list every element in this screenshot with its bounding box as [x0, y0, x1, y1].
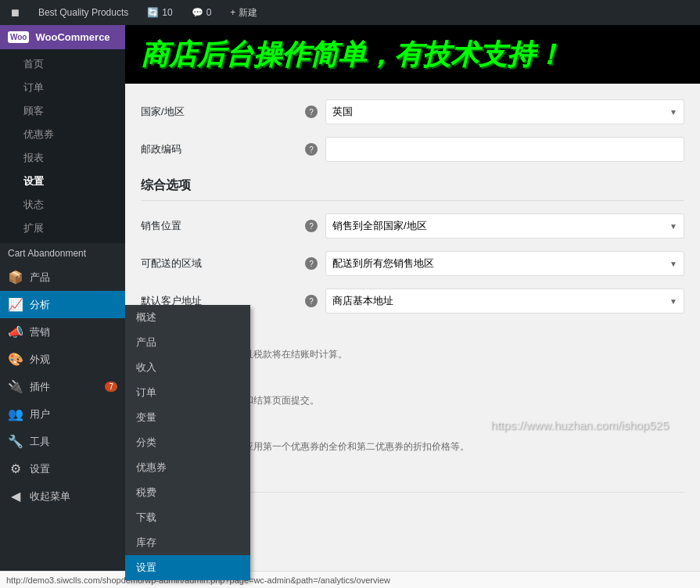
- site-name-button[interactable]: Best Quality Products: [34, 0, 133, 25]
- sidebar-item-orders[interactable]: 订单: [0, 76, 125, 99]
- comments-button[interactable]: 💬 0: [187, 0, 217, 25]
- flyout-item-taxes[interactable]: 税费: [125, 480, 250, 505]
- status-bar: http://demo3.siwclls.com/shopdemo/wp-adm…: [0, 571, 700, 588]
- wp-logo-button[interactable]: ■: [6, 0, 24, 25]
- sidebar-item-tools[interactable]: 🔧 工具: [0, 428, 125, 455]
- tools-label: 工具: [30, 435, 50, 449]
- sales-location-row: 销售位置 ? 销售到全部国家/地区 ▼: [141, 213, 684, 238]
- general-options-title: 综合选项: [141, 177, 684, 201]
- sidebar-item-admin-settings[interactable]: ⚙ 设置: [0, 455, 125, 482]
- flyout-item-orders[interactable]: 订单: [125, 380, 250, 405]
- promo-text: 商店后台操作简单，有技术支持！: [141, 39, 563, 70]
- sidebar-item-customers[interactable]: 顾客: [0, 99, 125, 123]
- sidebar-item-reports[interactable]: 报表: [0, 146, 125, 170]
- country-row: 国家/地区 ? 英国 ▼: [141, 99, 684, 124]
- woocommerce-label: WooCommerce: [35, 31, 109, 43]
- updates-count: 10: [162, 7, 172, 18]
- country-help-icon[interactable]: ?: [305, 106, 318, 118]
- default-address-value: 商店基本地址: [332, 294, 393, 308]
- sales-location-help-icon[interactable]: ?: [305, 220, 318, 232]
- collapse-label: 收起菜单: [30, 489, 70, 504]
- woocommerce-brand[interactable]: Woo WooCommerce: [0, 25, 125, 49]
- sidebar-item-home[interactable]: 首页: [0, 52, 125, 76]
- marketing-label: 营销: [30, 325, 50, 339]
- comments-icon: 💬: [192, 7, 203, 18]
- flyout-item-variations[interactable]: 变量: [125, 405, 250, 430]
- default-address-arrow: ▼: [669, 297, 677, 306]
- plugins-icon: 🔌: [8, 379, 23, 394]
- default-address-help-icon[interactable]: ?: [305, 295, 318, 307]
- flyout-item-downloads[interactable]: 下载: [125, 505, 250, 530]
- shipping-area-label: 可配送的区域: [141, 256, 297, 271]
- settings-icon: ⚙: [8, 461, 23, 476]
- new-content-label: + 新建: [230, 6, 257, 20]
- shipping-area-help-icon[interactable]: ?: [305, 257, 318, 270]
- country-select[interactable]: 英国 ▼: [325, 99, 684, 124]
- plugins-badge: 7: [105, 382, 117, 392]
- postal-code-label: 邮政编码: [141, 142, 297, 156]
- country-select-arrow: ▼: [669, 108, 677, 117]
- postal-help-icon[interactable]: ?: [305, 143, 318, 156]
- flyout-item-settings[interactable]: 设置: [125, 555, 250, 571]
- country-select-value: 英国: [332, 105, 353, 119]
- admin-bar: ■ Best Quality Products 🔄 10 💬 0 + 新建: [0, 0, 700, 25]
- sidebar-item-collapse[interactable]: ◀ 收起菜单: [0, 482, 125, 510]
- sales-location-select[interactable]: 销售到全部国家/地区 ▼: [325, 213, 684, 238]
- sidebar-item-cart-abandonment[interactable]: Cart Abandonment: [0, 243, 125, 264]
- sidebar-item-coupons[interactable]: 优惠券: [0, 123, 125, 146]
- sidebar-item-settings[interactable]: 设置: [0, 170, 125, 193]
- products-label: 产品: [30, 271, 50, 285]
- sidebar-item-users[interactable]: 👥 用户: [0, 400, 125, 428]
- updates-button[interactable]: 🔄 10: [142, 0, 177, 25]
- postal-code-input[interactable]: [325, 137, 684, 162]
- sidebar-item-products[interactable]: 📦 产品: [0, 264, 125, 291]
- products-icon: 📦: [8, 270, 23, 285]
- woo-logo-icon: Woo: [8, 31, 29, 43]
- shipping-area-select[interactable]: 配送到所有您销售地区 ▼: [325, 251, 684, 276]
- collapse-icon: ◀: [8, 489, 23, 504]
- site-name-label: Best Quality Products: [38, 7, 128, 18]
- flyout-item-coupons[interactable]: 优惠券: [125, 455, 250, 480]
- woo-submenu: 首页 订单 顾客 优惠券 报表 设置 状态 扩展: [0, 49, 125, 243]
- appearance-label: 外观: [30, 353, 50, 367]
- plugins-label: 插件: [30, 380, 50, 394]
- sidebar-item-appearance[interactable]: 🎨 外观: [0, 346, 125, 373]
- flyout-item-overview[interactable]: 概述: [125, 305, 250, 330]
- sidebar-item-status[interactable]: 状态: [0, 193, 125, 217]
- flyout-item-categories[interactable]: 分类: [125, 430, 250, 455]
- flyout-item-products[interactable]: 产品: [125, 330, 250, 355]
- postal-code-row: 邮政编码 ?: [141, 137, 684, 162]
- sidebar-item-analytics[interactable]: 📈 分析: [0, 291, 125, 318]
- shipping-area-value: 配送到所有您销售地区: [332, 256, 434, 271]
- wp-icon: ■: [11, 5, 20, 21]
- country-label: 国家/地区: [141, 105, 297, 119]
- analytics-icon: 📈: [8, 297, 23, 312]
- comments-count: 0: [206, 7, 212, 18]
- promo-banner: 商店后台操作简单，有技术支持！: [125, 25, 700, 84]
- sidebar-item-plugins[interactable]: 🔌 插件 7: [0, 373, 125, 400]
- sales-location-label: 销售位置: [141, 219, 297, 233]
- appearance-icon: 🎨: [8, 352, 23, 367]
- shipping-area-arrow: ▼: [669, 260, 677, 268]
- sidebar-item-marketing[interactable]: 📣 营销: [0, 318, 125, 346]
- users-icon: 👥: [8, 407, 23, 421]
- users-label: 用户: [30, 407, 50, 421]
- analytics-label: 分析: [30, 298, 50, 312]
- sales-location-value: 销售到全部国家/地区: [332, 219, 427, 233]
- main-layout: Woo WooCommerce 首页 订单 顾客 优惠券 报表 设置: [0, 25, 700, 571]
- flyout-analytics-menu: 概述 产品 收入 订单 变量 分类 优惠券 税费 下载 库存 设置: [125, 305, 250, 571]
- marketing-icon: 📣: [8, 324, 23, 339]
- flyout-item-revenue[interactable]: 收入: [125, 355, 250, 380]
- sales-location-arrow: ▼: [669, 222, 677, 231]
- flyout-item-stock[interactable]: 库存: [125, 530, 250, 555]
- new-content-button[interactable]: + 新建: [225, 0, 261, 25]
- updates-icon: 🔄: [147, 7, 159, 18]
- default-address-select[interactable]: 商店基本地址 ▼: [325, 289, 684, 314]
- tools-icon: 🔧: [8, 434, 23, 449]
- settings-label: 设置: [30, 462, 50, 476]
- sidebar: Woo WooCommerce 首页 订单 顾客 优惠券 报表 设置: [0, 25, 125, 571]
- shipping-area-row: 可配送的区域 ? 配送到所有您销售地区 ▼: [141, 251, 684, 276]
- sidebar-item-extensions[interactable]: 扩展: [0, 217, 125, 240]
